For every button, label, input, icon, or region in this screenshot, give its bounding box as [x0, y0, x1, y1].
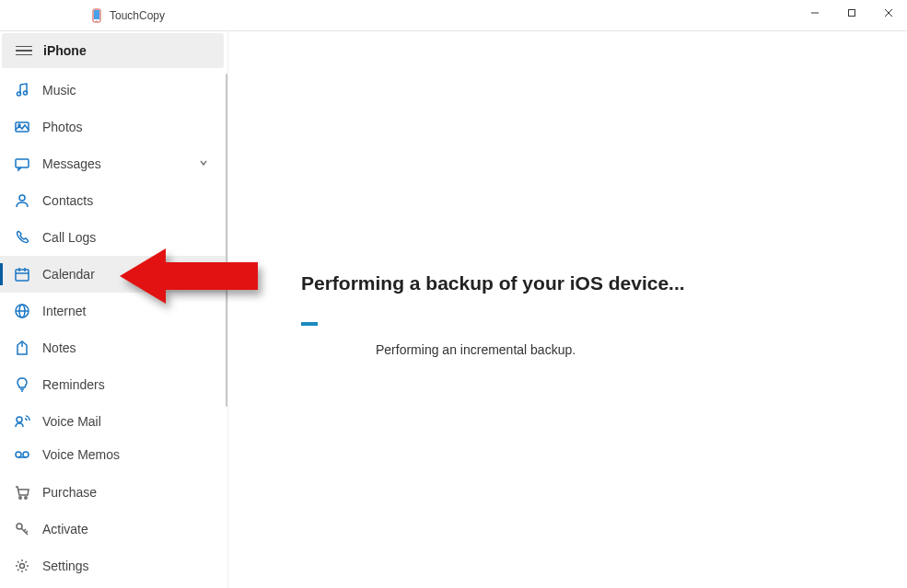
main-content: Performing a backup of your iOS device..…	[228, 31, 907, 588]
nav-label: Notes	[42, 340, 76, 355]
svg-point-31	[25, 497, 27, 499]
device-header[interactable]: iPhone	[2, 33, 224, 68]
svg-rect-11	[16, 159, 29, 167]
svg-point-28	[23, 452, 29, 457]
svg-point-27	[16, 452, 21, 457]
voicememo-icon	[14, 446, 30, 463]
sidebar-item-internet[interactable]: Internet	[0, 293, 227, 329]
voicemail-person-icon	[14, 413, 30, 430]
messages-icon	[14, 156, 30, 172]
contacts-icon	[14, 192, 30, 209]
hamburger-icon	[16, 46, 32, 56]
device-name: iPhone	[43, 43, 87, 58]
app-title: TouchCopy	[110, 9, 165, 22]
svg-rect-4	[849, 10, 855, 17]
phone-icon	[14, 229, 30, 246]
nav-label: Activate	[42, 522, 88, 536]
nav-label: Voice Memos	[42, 447, 120, 462]
nav-label: Purchase	[42, 485, 97, 500]
cart-icon	[14, 484, 30, 501]
calendar-icon	[14, 266, 30, 282]
svg-point-12	[19, 195, 25, 201]
svg-point-8	[24, 91, 28, 95]
sidebar-item-messages[interactable]: Messages	[0, 145, 227, 182]
photos-icon	[14, 119, 30, 135]
nav-label: Music	[42, 83, 76, 98]
nav-label: Voice Mail	[42, 414, 101, 429]
status-heading: Performing a backup of your iOS device..…	[301, 272, 685, 294]
sidebar-item-purchase[interactable]: Purchase	[0, 474, 227, 511]
key-icon	[14, 521, 30, 537]
window-controls	[797, 0, 907, 26]
sidebar-item-contacts[interactable]: Contacts	[0, 182, 227, 219]
lightbulb-icon	[14, 376, 30, 393]
nav-label: Settings	[42, 559, 89, 573]
sidebar-item-voice-mail[interactable]: Voice Mail	[0, 403, 227, 440]
titlebar: TouchCopy	[0, 0, 907, 31]
globe-icon	[14, 303, 30, 319]
sidebar-item-music[interactable]: Music	[0, 72, 227, 109]
nav-label: Calendar	[42, 267, 95, 282]
music-icon	[14, 82, 30, 98]
progress-bar	[301, 322, 318, 326]
sidebar-item-photos[interactable]: Photos	[0, 109, 227, 145]
svg-point-26	[17, 417, 22, 422]
nav-label: Photos	[42, 120, 83, 134]
nav-scroll: Music Photos Messages	[0, 72, 227, 467]
sidebar-item-settings[interactable]: Settings	[0, 548, 227, 584]
notes-icon	[14, 340, 30, 356]
progress-track	[301, 322, 651, 326]
sidebar: iPhone Music Photos	[0, 31, 228, 588]
minimize-button[interactable]	[797, 0, 833, 26]
nav-label: Call Logs	[42, 230, 96, 245]
sidebar-item-reminders[interactable]: Reminders	[0, 366, 227, 403]
svg-rect-13	[16, 270, 29, 281]
chevron-down-icon	[198, 156, 209, 171]
gear-icon	[14, 558, 30, 574]
svg-rect-1	[94, 10, 99, 19]
nav-label: Reminders	[42, 377, 105, 392]
maximize-button[interactable]	[833, 0, 870, 26]
svg-point-2	[96, 19, 97, 20]
sidebar-item-activate[interactable]: Activate	[0, 511, 227, 548]
svg-point-30	[19, 497, 21, 499]
sidebar-item-voice-memos[interactable]: Voice Memos	[0, 440, 227, 467]
status-subtext: Performing an incremental backup.	[376, 342, 576, 357]
nav-label: Contacts	[42, 193, 93, 208]
sidebar-bottom: Purchase Activate Settings	[0, 467, 227, 588]
app-icon	[89, 8, 104, 23]
close-button[interactable]	[870, 0, 907, 26]
nav-label: Internet	[42, 304, 86, 318]
sidebar-item-call-logs[interactable]: Call Logs	[0, 219, 227, 256]
sidebar-item-notes[interactable]: Notes	[0, 329, 227, 366]
sidebar-item-calendar[interactable]: Calendar	[0, 256, 227, 293]
nav-label: Messages	[42, 156, 101, 171]
svg-point-33	[20, 564, 25, 569]
